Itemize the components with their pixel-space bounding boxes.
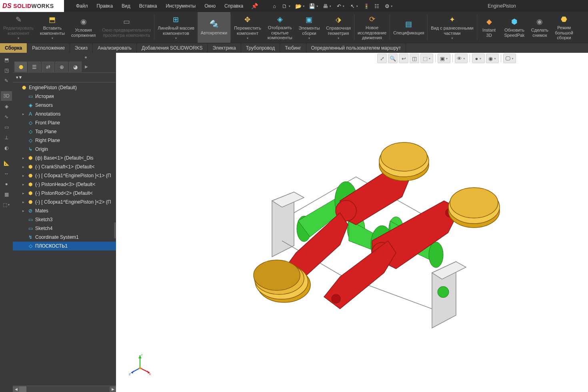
ls-3d-icon[interactable]: 3D — [1, 91, 12, 101]
view-settings-icon[interactable]: 🖵▼ — [503, 54, 516, 63]
ribbon-tab-электрика[interactable]: Электрика — [208, 43, 241, 53]
ls-sheet-icon[interactable]: ▭ — [1, 122, 12, 132]
ribbon-tab-трубопровод[interactable]: Трубопровод — [241, 43, 280, 53]
scroll-track[interactable] — [19, 386, 110, 392]
scene-icon[interactable]: ◉▼ — [486, 54, 499, 63]
expand-icon[interactable]: ▸ — [21, 174, 26, 178]
print-icon[interactable]: 🖶▼ — [321, 2, 333, 10]
update-speedpak-button[interactable]: ⬢ОбновитьSpeedPak — [501, 12, 528, 43]
tree-item[interactable]: ◇ПЛОСКОСТЬ1 — [13, 242, 116, 250]
ribbon-tab-расположение[interactable]: Расположение — [27, 43, 70, 53]
show-hidden-button[interactable]: ◈Отобразитьскрытыекомпоненты — [264, 12, 296, 43]
scroll-right-icon[interactable]: ▶ — [110, 386, 116, 392]
expand-icon[interactable]: ▸ — [21, 165, 26, 169]
property-mgr-icon[interactable]: ☰ — [28, 62, 41, 72]
ls-mold-icon[interactable]: ◐ — [1, 143, 12, 153]
ribbon-tab-тюбинг[interactable]: Тюбинг — [280, 43, 306, 53]
ls-surf-icon[interactable]: ◈ — [1, 102, 12, 111]
tree-item[interactable]: ▭Sketch3 — [13, 215, 116, 224]
filter-icon[interactable]: ▾▼ — [14, 74, 24, 82]
scroll-thumb[interactable] — [19, 386, 26, 392]
ls-curve-icon[interactable]: ∿ — [1, 112, 12, 122]
display-mgr-icon[interactable]: ◕ — [69, 62, 82, 72]
tree-item[interactable]: ◇Top Plane — [13, 127, 116, 136]
expand-icon[interactable]: ▸ — [21, 112, 26, 116]
prev-view-icon[interactable]: ↩ — [399, 54, 408, 63]
menu-окно[interactable]: Окно — [200, 1, 220, 11]
pin-icon[interactable]: 📌 — [251, 3, 258, 9]
menu-вставка[interactable]: Вставка — [135, 1, 161, 11]
tree-tabs-more-icon[interactable]: ▶ — [82, 62, 90, 72]
tree-item[interactable]: ▸⬢(-) CrankShaft<1> (Default< — [13, 162, 116, 171]
expand-icon[interactable]: ▸ — [21, 156, 26, 160]
zoom-area-icon[interactable]: 🔍 — [388, 54, 398, 63]
ls-tb-icon[interactable]: ▦ — [1, 190, 12, 199]
instant3d-button[interactable]: ◆Instant3D — [477, 12, 501, 43]
menu-вид[interactable]: Вид — [118, 1, 134, 11]
new-icon[interactable]: 🗋▼ — [280, 2, 292, 10]
expand-icon[interactable]: ▸ — [21, 200, 26, 204]
exploded-view-button[interactable]: ✦Вид с разнесеннымичастями▼ — [428, 12, 476, 43]
config-mgr-icon[interactable]: ⇄ — [42, 62, 54, 72]
mate-button[interactable]: ◉Условиясопряжения — [68, 12, 99, 43]
tree-item[interactable]: ◇Front Plane — [13, 118, 116, 127]
options-icon[interactable]: ☷ — [372, 2, 381, 10]
ref-geometry-button[interactable]: ⬗Справочнаягеометрия▼ — [323, 12, 354, 43]
menu-инструменты[interactable]: Инструменты — [162, 1, 200, 11]
ribbon-tab-анализировать[interactable]: Анализировать — [93, 43, 137, 53]
tree-h-scrollbar[interactable]: ◀ ▶ — [13, 386, 116, 392]
ribbon-tab-добавления-solidworks[interactable]: Добавления SOLIDWORKS — [137, 43, 208, 53]
ribbon-tab-сборка[interactable]: Сборка — [0, 43, 27, 53]
hide-show-icon[interactable]: 👁▼ — [455, 54, 468, 63]
ls-render-icon[interactable]: ● — [1, 179, 12, 189]
appearance-icon[interactable]: ●▼ — [472, 54, 485, 63]
linear-pattern-button[interactable]: ⊞Линейный массивкомпонентов▼ — [154, 12, 198, 43]
ls-dim-icon[interactable]: ↔ — [1, 169, 12, 178]
new-motion-study-button[interactable]: ⟳Новоеисследованиедвижения — [354, 12, 390, 43]
rebuild-icon[interactable]: 🚦 — [362, 2, 371, 10]
settings-icon[interactable]: ⚙▼ — [383, 2, 395, 10]
orientation-triad[interactable]: X Y Z — [128, 352, 152, 376]
insert-components-button[interactable]: ⬒Вставитькомпоненты▼ — [37, 12, 68, 43]
tree-item[interactable]: ▸AAnnotations — [13, 110, 116, 118]
tree-item[interactable]: ↳Origin — [13, 145, 116, 154]
ls-part-icon[interactable]: ◳ — [1, 66, 12, 75]
assembly-features-button[interactable]: ▣Элементысборки▼ — [296, 12, 323, 43]
smart-fasteners-button[interactable]: 🔩Автокрепежи — [198, 12, 230, 43]
tree-item[interactable]: ▸⬣(-) [ Сборка1^EnginePiston ]<1> (П — [13, 171, 116, 180]
panel-grip[interactable] — [13, 53, 116, 56]
bom-button[interactable]: ▤Спецификация — [390, 12, 427, 43]
tree-item[interactable]: ↯Coordinate System1 — [13, 233, 116, 242]
ribbon-tab-эскиз[interactable]: Эскиз — [70, 43, 93, 53]
tree-item[interactable]: ⬣EnginePiston (Default) — [13, 83, 116, 92]
expand-icon[interactable]: ▸ — [21, 191, 26, 195]
tree-item[interactable]: ▸⬣(-) [ Сборка1^EnginePiston ]<2> (П — [13, 198, 116, 206]
tree-item[interactable]: ▸⬢(-) PistonHead<3> (Default< — [13, 180, 116, 189]
ls-sketch-icon[interactable]: ✎ — [1, 76, 12, 86]
open-icon[interactable]: 📂▼ — [294, 2, 306, 10]
expand-icon[interactable]: ▸ — [21, 209, 26, 213]
scroll-left-icon[interactable]: ◀ — [13, 386, 19, 392]
tree-item[interactable]: ▭Sketch4 — [13, 224, 116, 233]
move-component-button[interactable]: ✥Переместитькомпонент▼ — [231, 12, 264, 43]
tree-item[interactable]: ▸⊘Mates — [13, 206, 116, 215]
dimxpert-icon[interactable]: ⊕ — [55, 62, 68, 72]
ls-eval-icon[interactable]: 📐 — [1, 158, 12, 168]
undo-icon[interactable]: ↶▼ — [335, 2, 347, 10]
zoom-fit-icon[interactable]: ⤢ — [377, 54, 387, 63]
graphics-viewport[interactable]: X Y Z — [116, 53, 588, 392]
tree-item[interactable]: ◈Sensors — [13, 101, 116, 110]
menu-файл[interactable]: Файл — [72, 1, 92, 11]
feature-tree-icon[interactable]: ⬣ — [14, 62, 27, 72]
ls-weld-icon[interactable]: ⊥ — [1, 133, 12, 142]
tree-item[interactable]: ▭История — [13, 92, 116, 101]
view-orient-icon[interactable]: ⬚▼ — [420, 54, 433, 63]
ls-more-icon[interactable]: ⬚▼ — [1, 200, 12, 210]
snapshot-button[interactable]: ◉Сделатьснимок — [528, 12, 552, 43]
tree-item[interactable]: ◇Right Plane — [13, 136, 116, 145]
tree-item[interactable]: ▸⬢(-) PistonRod<2> (Default< — [13, 189, 116, 198]
expand-icon[interactable]: ▸ — [21, 182, 26, 186]
save-icon[interactable]: 💾▼ — [308, 2, 320, 10]
large-assembly-button[interactable]: ⬣Режимбольшойсборки — [552, 12, 576, 43]
menu-справка[interactable]: Справка — [220, 1, 247, 11]
